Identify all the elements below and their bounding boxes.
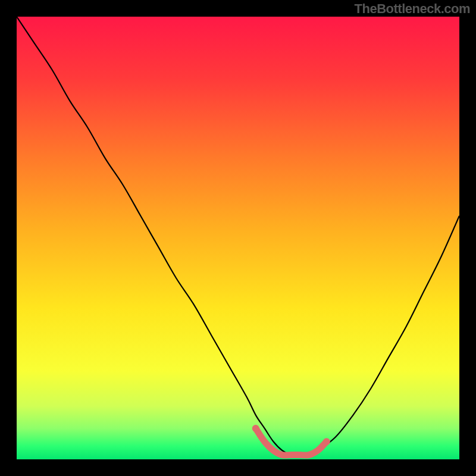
optimal-band-dot-left <box>252 425 259 432</box>
curve-layer <box>17 17 459 459</box>
bottleneck-curve <box>17 17 459 455</box>
watermark: TheBottleneck.com <box>355 1 470 17</box>
optimal-band-marker <box>256 428 327 455</box>
optimal-band-dot-right <box>323 438 330 445</box>
bottleneck-chart: TheBottleneck.com <box>0 0 476 476</box>
plot-area <box>17 17 459 459</box>
